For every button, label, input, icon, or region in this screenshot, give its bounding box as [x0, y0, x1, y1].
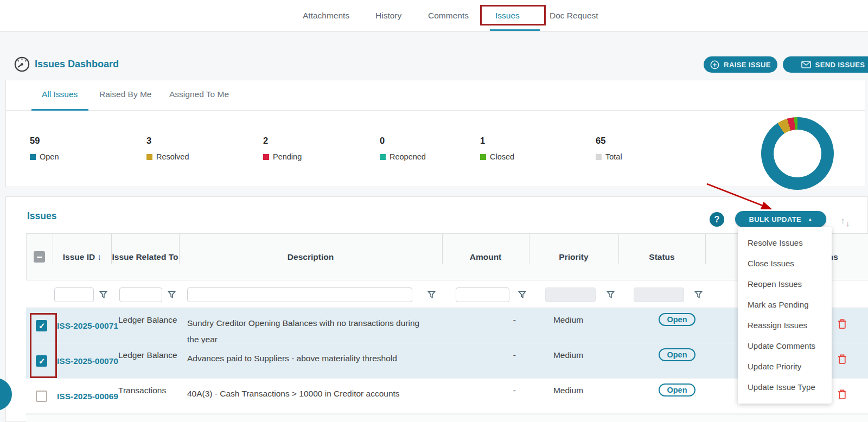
issue-id-header-label: Issue ID [63, 252, 95, 262]
stat-closed-label: Closed [490, 152, 514, 161]
filter-input-related[interactable] [119, 287, 162, 302]
issue-description: Advances paid to Suppliers - above mater… [187, 350, 429, 367]
delete-issue-button[interactable] [838, 389, 847, 400]
status-badge: Open [659, 383, 695, 397]
legend-square-resolved [146, 154, 152, 160]
stat-total: 65 Total [596, 136, 622, 161]
stat-resolved: 3 Resolved [146, 136, 189, 161]
stat-pending-label: Pending [273, 152, 302, 161]
dashboard-active-tab-underline [31, 109, 88, 111]
tab-all-issues[interactable]: All Issues [42, 89, 78, 99]
stat-closed: 1 Closed [480, 136, 514, 161]
send-issues-button[interactable]: SEND ISSUES [783, 56, 868, 73]
menu-item-mark-as-pending[interactable]: Mark as Pending [738, 295, 832, 315]
issues-section-title: Issues [27, 210, 56, 222]
stat-pending-count: 2 [263, 136, 302, 146]
select-all-checkbox[interactable] [34, 251, 45, 263]
plus-circle-icon [710, 60, 719, 69]
row-checkbox[interactable] [36, 320, 47, 331]
issue-related-to: Ledger Balance [118, 350, 177, 360]
sort-toggle-icon[interactable]: ↑ ↓ [841, 216, 855, 229]
arrow-up-icon: ↑ [841, 216, 845, 225]
filter-input-issue-id[interactable] [54, 287, 94, 302]
stat-resolved-label: Resolved [156, 152, 189, 161]
tab-attachments[interactable]: Attachments [303, 11, 349, 21]
tab-comments[interactable]: Comments [428, 11, 469, 21]
filter-funnel-icon-related[interactable] [168, 291, 176, 299]
header-separator [179, 234, 180, 264]
column-header-amount[interactable]: Amount [442, 233, 529, 280]
row-checkbox[interactable] [36, 391, 47, 402]
issue-amount: - [437, 350, 524, 360]
header-separator [529, 234, 529, 264]
column-header-issue-id[interactable]: Issue ID ↓ [53, 233, 111, 280]
stat-open-label: Open [40, 152, 59, 161]
legend-square-total [596, 154, 602, 160]
tab-doc-request[interactable]: Doc Request [550, 11, 598, 21]
stat-open-count: 59 [30, 136, 59, 146]
dashboard-tabs-divider [6, 110, 865, 111]
bulk-update-menu: Resolve Issues Close Issues Reopen Issue… [738, 227, 832, 404]
column-header-related[interactable]: Issue Related To [111, 233, 179, 280]
tab-history[interactable]: History [375, 11, 401, 21]
delete-issue-button[interactable] [838, 319, 847, 330]
dashboard-gauge-icon [14, 56, 30, 73]
legend-square-closed [480, 154, 486, 160]
status-badge: Open [659, 313, 695, 326]
issue-related-to: Ledger Balance [118, 315, 177, 325]
envelope-icon [801, 61, 811, 68]
menu-item-close-issues[interactable]: Close Issues [738, 253, 832, 274]
status-badge: Open [659, 348, 695, 361]
top-navigation: Attachments History Comments Issues Doc … [0, 0, 868, 31]
column-header-priority[interactable]: Priority [529, 233, 618, 280]
issue-id-link[interactable]: ISS-2025-00071 [57, 308, 118, 343]
legend-square-reopened [380, 154, 386, 160]
menu-item-reassign-issues[interactable]: Reassign Issues [738, 315, 832, 336]
filter-funnel-icon-issue-id[interactable] [99, 291, 107, 299]
stat-total-label: Total [605, 152, 622, 161]
issue-id-link[interactable]: ISS-2025-00069 [57, 379, 118, 414]
tab-issues[interactable]: Issues [495, 11, 520, 21]
filter-input-amount[interactable] [456, 287, 509, 302]
stat-pending: 2 Pending [263, 136, 302, 161]
menu-item-update-comments[interactable]: Update Comments [738, 336, 832, 356]
issues-dashboard-screen: Attachments History Comments Issues Doc … [0, 0, 868, 422]
filter-input-status[interactable] [634, 287, 684, 302]
filter-input-priority[interactable] [545, 287, 596, 302]
bulk-update-button[interactable]: BULK UPDATE ▲ [735, 211, 826, 227]
issue-priority: Medium [524, 315, 613, 325]
tab-assigned-to-me[interactable]: Assigned To Me [169, 89, 229, 99]
filter-funnel-icon-description[interactable] [427, 291, 436, 299]
menu-item-update-priority[interactable]: Update Priority [738, 356, 832, 377]
menu-item-reopen-issues[interactable]: Reopen Issues [738, 274, 832, 295]
menu-item-resolve-issues[interactable]: Resolve Issues [738, 233, 832, 253]
row-checkbox[interactable] [36, 355, 47, 367]
active-tab-underline [490, 29, 540, 31]
sort-descending-icon: ↓ [98, 252, 102, 262]
issue-description: Sundry Creditor Opening Balances with no… [187, 315, 429, 348]
delete-issue-button[interactable] [838, 354, 847, 365]
issue-id-link[interactable]: ISS-2025-00070 [57, 343, 118, 379]
filter-funnel-icon-status[interactable] [694, 291, 703, 299]
issue-amount: - [437, 315, 524, 325]
raise-issue-button[interactable]: RAISE ISSUE [704, 56, 777, 73]
column-header-description[interactable]: Description [179, 233, 442, 280]
filter-input-description[interactable] [187, 287, 412, 302]
help-icon[interactable]: ? [710, 212, 724, 227]
header-separator [442, 234, 443, 264]
issue-related-to: Transactions [118, 386, 166, 395]
donut-hole [774, 130, 821, 177]
issue-description: 40A(3) - Cash Transactions > 10000 in Cr… [187, 386, 429, 402]
menu-item-update-issue-type[interactable]: Update Issue Type [738, 377, 832, 398]
tab-raised-by-me[interactable]: Raised By Me [99, 89, 151, 99]
filter-funnel-icon-amount[interactable] [518, 291, 526, 299]
raise-issue-label: RAISE ISSUE [724, 61, 771, 69]
legend-square-pending [263, 154, 269, 160]
stat-reopened-label: Reopened [390, 152, 426, 161]
filter-funnel-icon-priority[interactable] [607, 291, 615, 299]
stat-resolved-count: 3 [146, 136, 189, 146]
stat-open: 59 Open [30, 136, 59, 161]
header-separator [618, 234, 619, 264]
column-header-status[interactable]: Status [618, 233, 705, 280]
next-row-partial [26, 414, 868, 422]
